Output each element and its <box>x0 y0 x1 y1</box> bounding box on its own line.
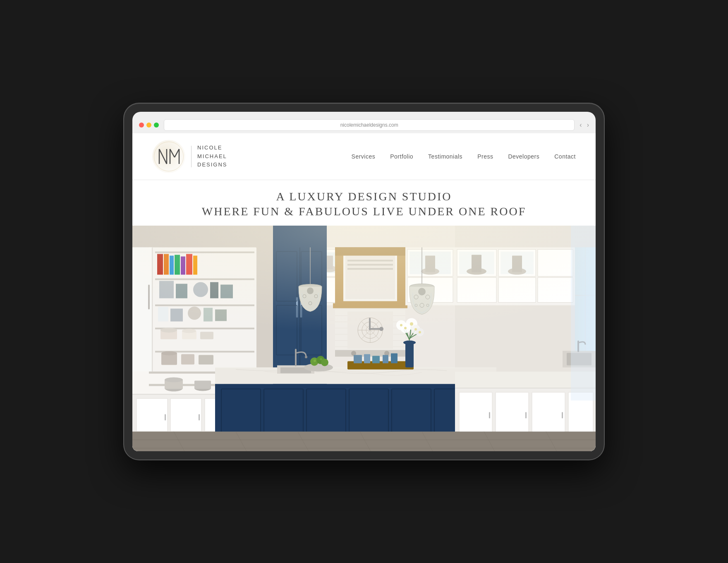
svg-rect-12 <box>164 254 169 275</box>
svg-rect-71 <box>347 260 393 262</box>
svg-rect-75 <box>333 303 407 308</box>
svg-rect-73 <box>347 268 393 270</box>
nav-testimonials[interactable]: Testimonials <box>428 153 462 160</box>
address-bar[interactable]: nicolemichaeldesigns.com <box>164 119 575 131</box>
svg-rect-29 <box>215 310 227 321</box>
svg-rect-191 <box>459 392 492 434</box>
browser-chrome: nicolemichaeldesigns.com ‹ › <box>132 112 596 133</box>
forward-arrow[interactable]: › <box>587 121 589 129</box>
svg-rect-45 <box>132 248 152 388</box>
svg-rect-74 <box>335 248 405 256</box>
logo-circle <box>152 140 185 173</box>
svg-rect-192 <box>496 392 529 434</box>
logo-divider <box>191 146 192 167</box>
svg-point-179 <box>414 328 417 331</box>
svg-point-206 <box>418 288 426 296</box>
svg-line-1 <box>159 149 167 164</box>
svg-rect-193 <box>532 392 565 434</box>
svg-rect-195 <box>489 412 490 419</box>
browser-nav-buttons: ‹ › <box>580 121 589 129</box>
nav-press[interactable]: Press <box>477 153 493 160</box>
svg-rect-16 <box>186 254 192 275</box>
svg-point-96 <box>379 327 383 331</box>
svg-point-34 <box>182 329 196 333</box>
address-text: nicolemichaeldesigns.com <box>340 122 398 128</box>
svg-rect-159 <box>383 355 388 363</box>
svg-rect-18 <box>155 279 254 280</box>
site-nav: Services Portfolio Testimonials Press De… <box>352 153 576 160</box>
svg-point-27 <box>188 307 201 320</box>
svg-point-166 <box>403 341 416 345</box>
device-frame: nicolemichaeldesigns.com ‹ › <box>124 103 604 460</box>
svg-line-5 <box>175 149 179 157</box>
svg-point-200 <box>307 288 314 294</box>
svg-point-187 <box>320 358 322 361</box>
svg-rect-14 <box>175 255 180 275</box>
svg-rect-131 <box>165 414 166 421</box>
nav-developers[interactable]: Developers <box>508 153 539 160</box>
nav-contact[interactable]: Contact <box>554 153 576 160</box>
svg-point-178 <box>410 322 413 326</box>
svg-rect-157 <box>364 354 370 363</box>
svg-line-4 <box>170 149 175 157</box>
nav-portfolio[interactable]: Portfolio <box>390 153 413 160</box>
svg-rect-113 <box>472 255 481 272</box>
svg-rect-19 <box>159 281 174 298</box>
svg-rect-11 <box>157 254 163 275</box>
svg-rect-28 <box>204 308 213 322</box>
browser-content: NICOLE MICHAEL DESIGNS Services Portfoli… <box>132 133 596 451</box>
svg-rect-24 <box>155 305 254 306</box>
svg-rect-163 <box>295 349 297 366</box>
svg-rect-15 <box>181 257 185 275</box>
svg-rect-13 <box>170 256 174 275</box>
kitchen-hero-image <box>132 226 596 451</box>
hero-tagline: A Luxury Design Studio Where Fun & Fabul… <box>132 180 596 226</box>
svg-rect-132 <box>199 414 200 421</box>
svg-rect-72 <box>347 264 393 266</box>
tagline-line1: A Luxury Design Studio <box>141 190 587 203</box>
svg-rect-40 <box>199 355 213 365</box>
svg-point-186 <box>314 360 316 362</box>
svg-rect-197 <box>562 412 563 419</box>
svg-rect-108 <box>457 278 496 303</box>
svg-rect-47 <box>148 285 150 310</box>
back-arrow[interactable]: ‹ <box>580 121 582 129</box>
maximize-button[interactable] <box>154 123 159 128</box>
logo-area[interactable]: NICOLE MICHAEL DESIGNS <box>152 140 228 173</box>
svg-rect-127 <box>136 399 168 432</box>
svg-rect-20 <box>176 284 187 298</box>
svg-rect-196 <box>525 412 527 419</box>
svg-point-21 <box>193 282 208 297</box>
svg-rect-110 <box>538 278 573 303</box>
logo-brand-text: NICOLE MICHAEL DESIGNS <box>197 144 228 169</box>
traffic-lights <box>139 123 159 128</box>
svg-rect-25 <box>158 307 168 322</box>
svg-point-38 <box>161 351 177 356</box>
svg-rect-26 <box>170 309 183 322</box>
svg-point-139 <box>165 378 183 383</box>
svg-point-180 <box>400 324 402 327</box>
svg-rect-35 <box>200 332 213 339</box>
hero-image-container <box>132 226 596 451</box>
svg-rect-128 <box>170 399 201 432</box>
svg-rect-10 <box>155 252 254 253</box>
svg-rect-107 <box>538 250 573 277</box>
svg-rect-102 <box>425 256 435 272</box>
hero-section: A Luxury Design Studio Where Fun & Fabul… <box>132 180 596 451</box>
svg-rect-23 <box>220 285 233 298</box>
svg-rect-109 <box>498 278 536 303</box>
svg-rect-158 <box>372 356 380 363</box>
svg-rect-22 <box>210 282 218 298</box>
close-button[interactable] <box>139 123 144 128</box>
nav-services[interactable]: Services <box>352 153 376 160</box>
svg-point-32 <box>160 328 177 333</box>
logo-monogram-icon <box>158 147 180 166</box>
svg-rect-17 <box>193 256 197 275</box>
tagline-line2: Where Fun & Fabulous Live Under One Roof <box>141 205 587 218</box>
svg-rect-165 <box>405 343 414 368</box>
svg-point-164 <box>305 356 307 358</box>
svg-rect-116 <box>512 256 522 272</box>
svg-point-177 <box>404 327 407 330</box>
site-header: NICOLE MICHAEL DESIGNS Services Portfoli… <box>132 133 596 180</box>
minimize-button[interactable] <box>146 123 151 128</box>
